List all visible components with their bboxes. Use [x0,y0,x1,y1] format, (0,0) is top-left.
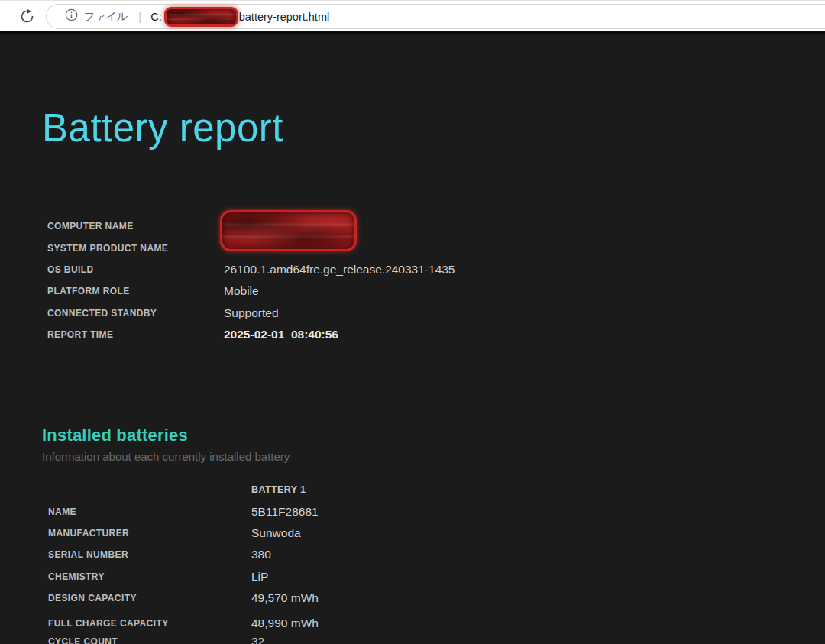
table-row: REPORT TIME 2025-02-01 08:40:56 [47,324,455,345]
battery-column-header: BATTERY 1 [251,479,319,500]
redaction-blob-computer-name [220,210,357,251]
info-label: REPORT TIME [47,324,224,345]
info-label: FULL CHARGE CAPACITY [48,609,251,630]
info-label: MANUFACTURER [48,523,251,544]
page-info-icon[interactable] [65,8,78,24]
table-row: NAME 5B11F28681 [48,500,319,522]
table-row: CONNECTED STANDBY Supported [47,303,455,324]
table-row: MANUFACTURER Sunwoda [48,523,319,544]
battery-report-page: Battery report COMPUTER NAME SYSTEM PROD… [0,34,825,644]
section-heading-installed-batteries: Installed batteries [42,426,188,445]
section-subtitle: Information about each currently install… [42,450,290,463]
url-text: C:battery-report.html [150,11,329,23]
refresh-button[interactable] [17,7,37,27]
refresh-icon [19,15,35,27]
url-divider: | [138,10,141,23]
info-label: SYSTEM PRODUCT NAME [47,237,224,258]
info-value: 2025-02-01 08:40:56 [224,324,455,345]
table-header-row: BATTERY 1 [48,479,319,500]
url-prefix: C: [150,11,162,23]
table-row: DESIGN CAPACITY 49,570 mWh [48,587,319,609]
installed-batteries-table: BATTERY 1 NAME 5B11F28681 MANUFACTURER S… [48,479,319,644]
info-label: PLATFORM ROLE [47,280,224,302]
table-row: CYCLE COUNT 32 [48,631,319,644]
info-label: COMPUTER NAME [47,215,224,237]
info-label: DESIGN CAPACITY [48,587,251,609]
page-title: Battery report [42,105,283,150]
system-info-table: COMPUTER NAME SYSTEM PRODUCT NAME OS BUI… [47,215,455,345]
table-row: CHEMISTRY LiP [48,566,319,587]
table-row: PLATFORM ROLE Mobile [47,280,455,302]
browser-toolbar: ファイル | C:battery-report.html [0,0,825,31]
info-value: LiP [251,566,319,587]
info-value: Sunwoda [251,523,319,544]
info-value: 32 [251,631,319,644]
info-label: CHEMISTRY [48,566,251,587]
url-scheme-label: ファイル [84,10,128,24]
info-value: 49,570 mWh [251,587,319,609]
info-value: 48,990 mWh [251,609,319,630]
info-value: 26100.1.amd64fre.ge_release.240331-1435 [224,259,455,280]
info-value: 380 [251,544,319,565]
table-row: OS BUILD 26100.1.amd64fre.ge_release.240… [47,259,455,280]
info-label: NAME [48,500,251,522]
info-value: Mobile [224,280,455,302]
address-bar[interactable]: ファイル | C:battery-report.html [46,4,825,29]
table-row: FULL CHARGE CAPACITY 48,990 mWh [48,609,319,630]
info-label: SERIAL NUMBER [48,544,251,565]
info-value: 5B11F28681 [251,500,319,522]
url-filename: battery-report.html [239,11,329,23]
info-label: OS BUILD [47,259,224,280]
redaction-blob-url-path [164,7,238,27]
table-row: SERIAL NUMBER 380 [48,544,319,565]
info-label: CONNECTED STANDBY [47,303,224,324]
info-label: CYCLE COUNT [48,631,251,644]
info-value: Supported [224,303,455,324]
empty-header-cell [48,479,251,500]
